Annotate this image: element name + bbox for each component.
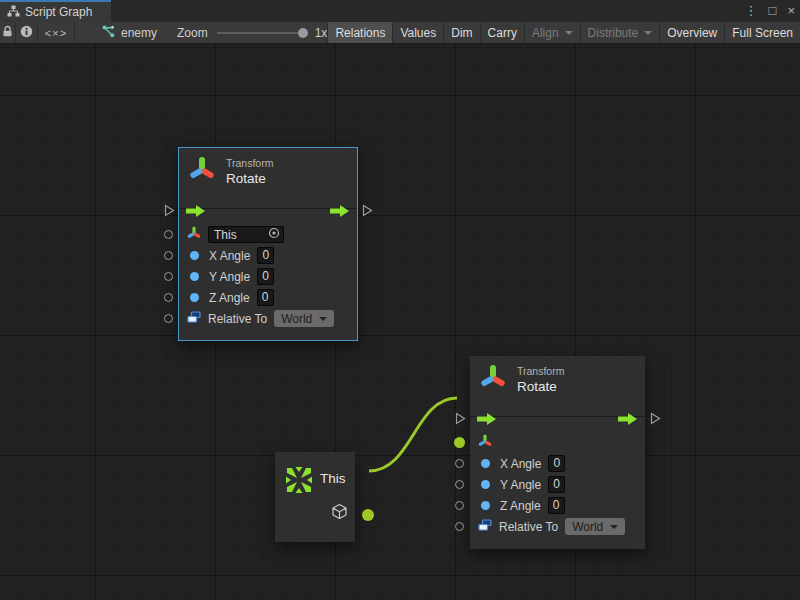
x-angle-input-port[interactable]	[164, 251, 173, 260]
flow-in-arrow-icon[interactable]	[186, 203, 206, 221]
value-port-dot	[481, 459, 490, 468]
port-row-x-angle: X Angle 0	[179, 245, 357, 266]
window-tab-bar: Script Graph ⋮ □ ×	[0, 0, 800, 22]
node-transform-rotate-bottom[interactable]: Transform Rotate X An	[470, 356, 645, 549]
graph-hierarchy-icon	[7, 3, 20, 21]
zoom-slider-handle[interactable]	[298, 28, 308, 38]
port-row-x-angle: X Angle 0	[470, 453, 645, 474]
port-row-y-angle: Y Angle 0	[470, 474, 645, 495]
zoom-slider[interactable]	[217, 32, 303, 34]
port-row-z-angle: Z Angle 0	[179, 287, 357, 308]
x-angle-input-port[interactable]	[455, 459, 464, 468]
value-port-dot	[481, 501, 490, 510]
node-title: Rotate	[517, 379, 564, 394]
y-angle-input-port[interactable]	[455, 480, 464, 489]
graph-asset-icon	[101, 24, 115, 41]
flow-out-arrow-icon[interactable]	[330, 203, 350, 221]
relative-to-input-port[interactable]	[164, 314, 173, 323]
flow-in-arrow-icon[interactable]	[477, 411, 497, 429]
z-angle-input[interactable]: 0	[548, 497, 565, 514]
x-angle-input[interactable]: 0	[548, 455, 565, 472]
info-button[interactable]	[16, 22, 38, 43]
self-output-port-connected[interactable]	[362, 509, 374, 521]
relative-to-dropdown[interactable]: World	[274, 310, 334, 327]
value-port-dot	[481, 480, 490, 489]
caret-down-icon	[565, 31, 573, 35]
control-output-port[interactable]	[650, 411, 661, 429]
transform-icon	[189, 155, 215, 187]
value-port-dot	[190, 272, 199, 281]
value-port-dot	[190, 293, 199, 302]
enum-icon	[187, 311, 201, 327]
value-port-dot	[190, 251, 199, 260]
caret-down-icon	[319, 317, 327, 321]
graph-name-label: enemy	[121, 26, 157, 40]
flow-row	[179, 194, 357, 224]
align-button[interactable]: Align	[524, 22, 580, 43]
distribute-button[interactable]: Distribute	[580, 22, 660, 43]
node-header: Transform Rotate	[470, 356, 645, 402]
port-row-relative-to: Relative To World	[179, 308, 357, 329]
relative-to-input-port[interactable]	[455, 522, 464, 531]
target-object-field[interactable]: This	[208, 226, 284, 243]
overview-button[interactable]: Overview	[659, 22, 724, 43]
graph-canvas[interactable]: Transform Rotate This	[0, 44, 800, 600]
dim-button[interactable]: Dim	[443, 22, 479, 43]
caret-down-icon	[610, 525, 618, 529]
enum-icon	[478, 519, 492, 535]
node-header: Transform Rotate	[179, 148, 357, 194]
caret-down-icon	[644, 31, 652, 35]
lock-icon	[2, 25, 13, 40]
target-input-port[interactable]	[164, 230, 173, 239]
z-angle-input[interactable]: 0	[257, 289, 274, 306]
control-input-port[interactable]	[164, 203, 175, 221]
window-controls: ⋮ □ ×	[745, 0, 795, 22]
tab-title: Script Graph	[25, 5, 92, 19]
zoom-label: Zoom	[177, 26, 208, 40]
info-icon	[20, 25, 33, 41]
flow-row	[470, 402, 645, 432]
y-angle-input[interactable]: 0	[257, 268, 274, 285]
control-input-port[interactable]	[455, 411, 466, 429]
node-transform-rotate-top[interactable]: Transform Rotate This	[178, 147, 358, 341]
transform-icon	[480, 363, 506, 395]
lock-button[interactable]	[0, 22, 16, 43]
node-self-this[interactable]: This	[275, 452, 355, 542]
transform-mini-icon	[478, 433, 492, 452]
port-row-z-angle: Z Angle 0	[470, 495, 645, 516]
object-picker-icon[interactable]	[268, 227, 280, 242]
carry-button[interactable]: Carry	[480, 22, 524, 43]
zoom-control: Zoom 1x	[177, 22, 327, 43]
port-row-relative-to: Relative To World	[470, 516, 645, 537]
code-icon: <×>	[45, 27, 67, 39]
window-close-icon[interactable]: ×	[787, 0, 795, 22]
target-input-port-connected[interactable]	[454, 437, 465, 448]
y-angle-input-port[interactable]	[164, 272, 173, 281]
control-output-port[interactable]	[362, 203, 373, 221]
transform-mini-icon	[187, 225, 201, 244]
node-category: Transform	[226, 157, 273, 169]
zoom-value: 1x	[315, 26, 328, 40]
connection-wire[interactable]	[0, 44, 800, 600]
flow-out-arrow-icon[interactable]	[618, 411, 638, 429]
node-title: Rotate	[226, 171, 273, 186]
port-row-target-connected	[470, 432, 645, 453]
tab-script-graph[interactable]: Script Graph	[0, 0, 111, 22]
relative-to-dropdown[interactable]: World	[565, 518, 625, 535]
port-row-y-angle: Y Angle 0	[179, 266, 357, 287]
relations-button[interactable]: Relations	[327, 22, 392, 43]
z-angle-input-port[interactable]	[164, 293, 173, 302]
graph-selector[interactable]: enemy	[75, 22, 177, 43]
values-button[interactable]: Values	[392, 22, 443, 43]
z-angle-input-port[interactable]	[455, 501, 464, 510]
preview-code-button[interactable]: <×>	[38, 22, 75, 43]
self-node-title: This	[320, 471, 346, 486]
window-menu-icon[interactable]: ⋮	[745, 0, 758, 22]
x-angle-input[interactable]: 0	[257, 247, 274, 264]
node-category: Transform	[517, 365, 564, 377]
fullscreen-button[interactable]: Full Screen	[724, 22, 800, 43]
window-maximize-icon[interactable]: □	[769, 0, 777, 22]
port-row-target: This	[179, 224, 357, 245]
y-angle-input[interactable]: 0	[548, 476, 565, 493]
self-converge-icon	[284, 465, 314, 499]
